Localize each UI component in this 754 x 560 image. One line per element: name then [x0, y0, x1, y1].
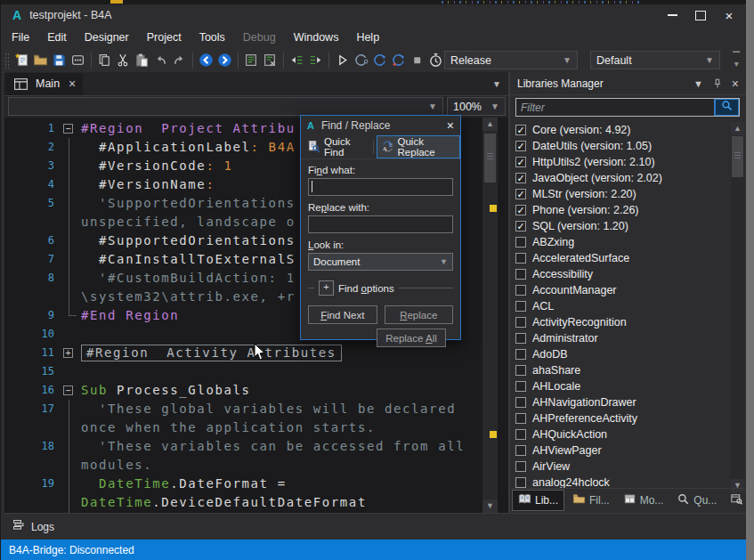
library-checkbox[interactable] — [515, 301, 526, 312]
open-project-icon[interactable] — [32, 51, 50, 69]
library-item[interactable]: AHQuickAction — [514, 426, 729, 442]
clean-project-icon[interactable] — [427, 51, 445, 69]
pin-icon[interactable] — [711, 77, 724, 90]
replace-button[interactable]: Replace — [385, 305, 454, 324]
uncomment-icon[interactable] — [262, 51, 280, 69]
menu-tools[interactable]: Tools — [191, 27, 234, 48]
toolbar-overflow-icon[interactable]: ▔▾ — [733, 53, 740, 68]
menu-edit[interactable]: Edit — [38, 27, 76, 48]
library-item[interactable]: ✓JavaObject (version: 2.02) — [514, 170, 729, 186]
paste-icon[interactable] — [134, 51, 151, 69]
tool-tab-mo[interactable]: Mo... — [618, 491, 669, 510]
toolbar-grip[interactable] — [4, 53, 11, 69]
panel-drag-grip[interactable] — [611, 80, 686, 86]
library-checkbox[interactable]: ✓ — [515, 189, 526, 199]
document-list-chevron-icon[interactable]: ▼ — [492, 79, 501, 89]
search-button[interactable] — [714, 99, 739, 116]
library-item[interactable]: AirView — [514, 459, 729, 475]
library-item[interactable]: AHLocale — [514, 378, 729, 394]
run-icon[interactable] — [334, 51, 352, 69]
library-checkbox[interactable] — [515, 253, 526, 264]
library-checkbox[interactable] — [515, 429, 526, 440]
dialog-titlebar[interactable]: A Find / Replace × — [301, 116, 460, 135]
filter-input[interactable] — [516, 99, 723, 116]
scroll-up-arrow[interactable]: ▲ — [731, 122, 744, 135]
navigate-forward-icon[interactable] — [216, 51, 234, 69]
library-item[interactable]: ActivityRecognition — [514, 314, 729, 330]
libraries-scrollbar[interactable]: ▲ ▼ — [731, 122, 744, 492]
quick-find-button[interactable]: Quick Find — [304, 136, 370, 158]
library-item[interactable]: ✓Phone (version: 2.26) — [514, 202, 729, 218]
maximize-button[interactable] — [686, 4, 715, 26]
library-checkbox[interactable] — [515, 413, 526, 424]
comment-icon[interactable] — [243, 51, 261, 69]
library-checkbox[interactable] — [515, 477, 526, 488]
library-checkbox[interactable]: ✓ — [515, 125, 526, 135]
library-item[interactable]: ACL — [514, 298, 729, 314]
outdent-icon[interactable] — [288, 51, 306, 69]
find-next-button[interactable]: Find Next — [308, 305, 377, 324]
replace-with-input[interactable] — [308, 215, 453, 233]
look-in-select[interactable]: Document▼ — [308, 253, 453, 271]
menu-file[interactable]: File — [3, 27, 38, 48]
tool-tab-fil[interactable]: Fil... — [567, 491, 615, 510]
member-selector[interactable]: ▼ — [8, 97, 443, 116]
tool-tab-qu[interactable]: Qu... — [671, 491, 722, 510]
library-item[interactable]: AHPreferenceActivity — [514, 410, 729, 426]
tab-close-icon[interactable]: × — [69, 77, 76, 91]
library-item[interactable]: ✓DateUtils (version: 1.05) — [514, 138, 729, 154]
library-checkbox[interactable] — [515, 317, 526, 328]
close-button[interactable]: × — [715, 4, 743, 26]
library-item[interactable]: AcceleratedSurface — [514, 250, 729, 266]
ui-configuration-select[interactable]: Default▼ — [590, 51, 720, 69]
library-checkbox[interactable]: ✓ — [515, 205, 526, 215]
export-zip-icon[interactable] — [69, 51, 87, 69]
replace-all-button[interactable]: Replace All — [377, 329, 446, 347]
library-checkbox[interactable] — [515, 349, 526, 360]
navigate-back-icon[interactable] — [198, 51, 215, 69]
minimize-button[interactable] — [658, 4, 686, 26]
library-checkbox[interactable] — [515, 285, 526, 296]
fold-collapse-icon[interactable]: − — [63, 386, 73, 395]
stop-icon[interactable] — [409, 51, 426, 69]
panel-close-icon[interactable]: × — [732, 77, 739, 91]
library-item[interactable]: AdoDB — [514, 346, 729, 362]
library-item[interactable]: Administrator — [514, 330, 729, 346]
cut-icon[interactable] — [115, 51, 133, 69]
library-item[interactable]: ✓MLStr (version: 2.20) — [514, 186, 729, 202]
library-checkbox[interactable]: ✓ — [515, 141, 526, 151]
find-what-input[interactable] — [308, 178, 453, 196]
library-checkbox[interactable]: ✓ — [515, 173, 526, 183]
library-item[interactable]: ABZxing — [514, 234, 729, 250]
resume-icon[interactable] — [390, 51, 408, 69]
fold-collapse-icon[interactable]: − — [63, 124, 73, 134]
fold-expand-icon[interactable]: + — [63, 348, 73, 358]
menu-project[interactable]: Project — [138, 27, 191, 48]
quick-replace-button[interactable]: AB Quick Replace — [377, 135, 460, 158]
library-checkbox[interactable]: ✓ — [515, 221, 526, 231]
scrollbar-thumb[interactable] — [732, 136, 743, 177]
zoom-select[interactable]: 100%▼ — [447, 97, 506, 116]
dialog-close-icon[interactable]: × — [447, 118, 454, 133]
library-checkbox[interactable] — [515, 237, 526, 248]
find-options-expander[interactable]: + — [319, 280, 334, 296]
logs-tab[interactable]: Logs — [31, 521, 54, 533]
save-all-icon[interactable] — [51, 51, 69, 69]
library-checkbox[interactable] — [515, 381, 526, 392]
indent-icon[interactable] — [307, 51, 325, 69]
build-configuration-select[interactable]: Release▼ — [444, 51, 578, 69]
rapid-debugger-icon[interactable] — [371, 51, 389, 69]
library-item[interactable]: AHViewPager — [514, 442, 729, 459]
library-item[interactable]: ✓Core (version: 4.92) — [514, 122, 729, 138]
library-item[interactable]: AHNavigationDrawer — [514, 394, 729, 410]
menu-windows[interactable]: Windows — [285, 27, 348, 48]
panel-menu-chevron-icon[interactable]: ▼ — [693, 78, 703, 89]
library-checkbox[interactable] — [515, 461, 526, 472]
copy-icon[interactable] — [96, 51, 114, 69]
menu-help[interactable]: Help — [347, 27, 388, 48]
redo-icon[interactable] — [171, 51, 189, 69]
tool-tab-lib[interactable]: Lib... — [512, 490, 564, 511]
collapsed-region[interactable]: #Region Activity Attributes — [81, 345, 342, 361]
library-checkbox[interactable] — [515, 397, 526, 408]
library-item[interactable]: ✓SQL (version: 1.20) — [514, 218, 729, 234]
